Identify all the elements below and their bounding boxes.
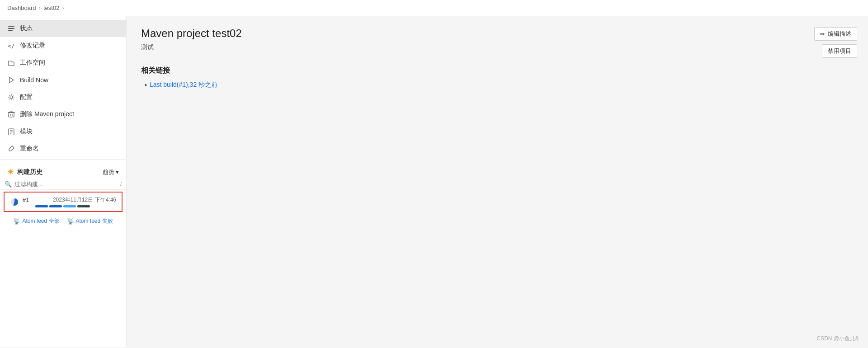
atom-feed-fail-icon: 📡 xyxy=(67,218,74,225)
sidebar-item-workspace[interactable]: 工作空间 xyxy=(0,54,126,71)
sidebar-label-changes: 修改记录 xyxy=(20,42,119,50)
breadcrumb: Dashboard › test02 › xyxy=(0,0,868,16)
progress-bar-2 xyxy=(49,205,62,207)
sidebar-item-build-now[interactable]: Build Now xyxy=(0,71,126,89)
chevron-down-icon: ▾ xyxy=(116,169,119,175)
watermark: CSDN @小鱼儿& xyxy=(816,335,859,343)
sidebar-item-delete[interactable]: 删除 Maven project xyxy=(0,106,126,123)
filter-row: 🔍 / xyxy=(0,179,126,190)
filter-slash: / xyxy=(120,181,122,188)
sidebar-item-changes[interactable]: </> 修改记录 xyxy=(0,37,126,54)
modules-icon xyxy=(7,127,15,136)
svg-rect-1 xyxy=(8,28,14,29)
atom-feed-fail-link[interactable]: 📡 Atom feed 失败 xyxy=(67,217,113,225)
progress-bar-4 xyxy=(77,205,90,207)
build-item-wrapper: #1 2023年11月12日 下午4:46 xyxy=(0,192,126,212)
sidebar-label-modules: 模块 xyxy=(20,127,119,136)
build-progress-bars xyxy=(35,205,116,207)
sidebar-label-workspace: 工作空间 xyxy=(20,59,119,67)
disable-label: 禁用项目 xyxy=(828,47,851,55)
sidebar-item-rename[interactable]: 重命名 xyxy=(0,140,126,157)
svg-point-5 xyxy=(10,96,13,99)
svg-rect-2 xyxy=(8,30,13,31)
sidebar-label-status: 状态 xyxy=(20,24,119,33)
progress-bar-3 xyxy=(63,205,76,207)
build-history-title: ☀ 构建历史 xyxy=(7,168,42,176)
build-date: 2023年11月12日 下午4:46 xyxy=(53,196,116,204)
atom-feed-all-link[interactable]: 📡 Atom feed 全部 xyxy=(13,217,59,225)
atom-feed-all-icon: 📡 xyxy=(13,218,20,225)
last-build-link[interactable]: Last build(#1),32 秒之前 xyxy=(141,81,854,89)
sidebar-divider xyxy=(0,159,126,160)
build-item-1[interactable]: #1 2023年11月12日 下午4:46 xyxy=(4,192,123,212)
svg-text:</>: </> xyxy=(8,42,15,49)
right-actions: ✏ 编辑描述 禁用项目 xyxy=(814,27,857,58)
status-icon xyxy=(7,24,15,33)
content-area: ✏ 编辑描述 禁用项目 Maven project test02 测试 相关链接… xyxy=(127,16,868,347)
edit-description-button[interactable]: ✏ 编辑描述 xyxy=(814,27,857,41)
edit-desc-label: 编辑描述 xyxy=(828,30,851,38)
disable-project-button[interactable]: 禁用项目 xyxy=(822,44,857,58)
build-item-row: #1 2023年11月12日 下午4:46 xyxy=(23,196,116,204)
filter-search-icon: 🔍 xyxy=(5,181,12,188)
project-description: 测试 xyxy=(141,43,854,52)
sidebar-item-config[interactable]: 配置 xyxy=(0,89,126,106)
sidebar-label-rename: 重命名 xyxy=(20,145,119,153)
svg-rect-6 xyxy=(9,113,14,117)
svg-marker-4 xyxy=(9,77,14,83)
sidebar: 状态 </> 修改记录 工作空间 xyxy=(0,16,127,347)
related-links: Last build(#1),32 秒之前 xyxy=(141,81,854,89)
atom-feed-fail-label: Atom feed 失败 xyxy=(76,217,113,225)
build-history-label: 构建历史 xyxy=(17,168,42,176)
changes-icon: </> xyxy=(7,42,15,50)
trend-label: 趋势 xyxy=(103,168,114,176)
sidebar-item-status[interactable]: 状态 xyxy=(0,20,126,37)
build-status-icon xyxy=(10,198,19,207)
related-links-title: 相关链接 xyxy=(141,66,854,75)
trend-button[interactable]: 趋势 ▾ xyxy=(103,168,119,176)
breadcrumb-test02[interactable]: test02 xyxy=(43,5,59,11)
filter-input[interactable] xyxy=(14,181,120,188)
sidebar-label-build-now: Build Now xyxy=(20,76,119,84)
breadcrumb-sep-1: › xyxy=(39,5,41,11)
rename-icon xyxy=(7,145,15,153)
delete-icon xyxy=(7,110,15,118)
sidebar-item-modules[interactable]: 模块 xyxy=(0,123,126,140)
atom-feed-all-label: Atom feed 全部 xyxy=(22,217,59,225)
sidebar-label-delete: 删除 Maven project xyxy=(20,110,119,118)
atom-feed-row: 📡 Atom feed 全部 📡 Atom feed 失败 xyxy=(0,214,126,229)
build-number: #1 xyxy=(23,197,29,203)
project-title: Maven project test02 xyxy=(141,27,854,40)
workspace-icon xyxy=(7,59,15,67)
edit-icon: ✏ xyxy=(820,31,825,38)
main-layout: 状态 </> 修改记录 工作空间 xyxy=(0,16,868,347)
breadcrumb-sep-2: › xyxy=(62,5,64,11)
breadcrumb-dashboard[interactable]: Dashboard xyxy=(7,5,36,11)
config-icon xyxy=(7,93,15,101)
build-now-icon xyxy=(7,76,15,84)
sidebar-label-config: 配置 xyxy=(20,93,119,101)
progress-bar-1 xyxy=(35,205,48,207)
svg-rect-0 xyxy=(8,26,14,27)
sun-icon: ☀ xyxy=(7,168,14,176)
build-item-inner: #1 2023年11月12日 下午4:46 xyxy=(23,196,116,207)
build-history-header: ☀ 构建历史 趋势 ▾ xyxy=(0,163,126,179)
